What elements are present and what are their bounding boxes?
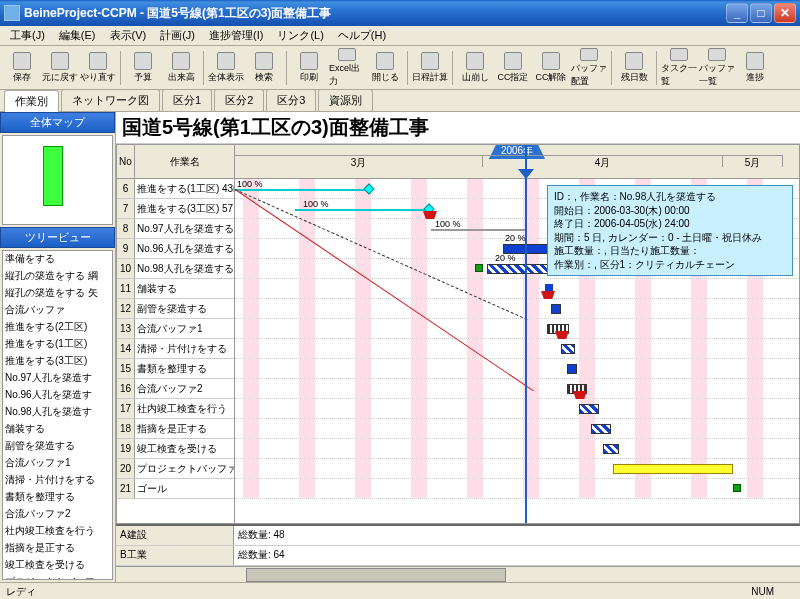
menu-item[interactable]: 進捗管理(I) (203, 26, 269, 45)
tasklist-button[interactable]: タスク一覧 (661, 48, 697, 88)
tree-item[interactable]: No.97人孔を築造す (3, 370, 112, 387)
cc-off-button[interactable]: CC解除 (533, 48, 569, 88)
task-row[interactable]: 19竣工検査を受ける (117, 439, 234, 459)
search-button[interactable]: 検索 (246, 48, 282, 88)
save-button[interactable]: 保存 (4, 48, 40, 88)
excel-button[interactable]: Excel出力 (329, 48, 365, 88)
buffer-icon (580, 48, 598, 61)
tab-3[interactable]: 区分2 (214, 89, 264, 111)
tree-item[interactable]: 清掃・片付けをする (3, 472, 112, 489)
tree-item[interactable]: 推進をする(2工区) (3, 319, 112, 336)
menu-item[interactable]: ヘルプ(H) (332, 26, 392, 45)
menu-item[interactable]: 表示(V) (104, 26, 153, 45)
tab-2[interactable]: 区分1 (162, 89, 212, 111)
menu-item[interactable]: リンク(L) (271, 26, 329, 45)
tree-item[interactable]: 推進をする(1工区) (3, 336, 112, 353)
tree-item[interactable]: 推進をする(3工区) (3, 353, 112, 370)
tree-item[interactable]: 縦孔の築造をする 矢 (3, 285, 112, 302)
tab-5[interactable]: 資源別 (318, 89, 373, 111)
open-icon (376, 52, 394, 70)
minimize-button[interactable]: _ (726, 3, 748, 23)
mount-button[interactable]: 山崩し (457, 48, 493, 88)
tree-item[interactable]: 社内竣工検査を行う (3, 523, 112, 540)
month-label: 3月 (235, 155, 483, 167)
buflist-icon (708, 48, 726, 61)
tree-item[interactable]: 合流バッファ (3, 302, 112, 319)
task-bar[interactable] (561, 344, 575, 354)
cc-on-icon (504, 52, 522, 70)
gantt-chart[interactable]: 2006年 3月4月5月 100 %100 %100 %20 %20 % ID：… (235, 145, 799, 523)
pct-label: 20 % (495, 253, 516, 263)
task-row[interactable]: 14清掃・片付けをする (117, 339, 234, 359)
minimap[interactable] (2, 135, 113, 225)
menu-item[interactable]: 編集(E) (53, 26, 102, 45)
title-bar: BeineProject-CCPM - 国道5号線(第1工区の3)面整備工事 _… (0, 0, 800, 26)
undo-button[interactable]: 元に戻す (42, 48, 78, 88)
calc-icon (421, 52, 439, 70)
project-buffer-bar[interactable] (613, 464, 733, 474)
print-button[interactable]: 印刷 (291, 48, 327, 88)
open-button[interactable]: 開じる (367, 48, 403, 88)
task-row[interactable]: 15書類を整理する (117, 359, 234, 379)
task-row[interactable]: 11舗装する (117, 279, 234, 299)
tree-item[interactable]: 合流バッファ2 (3, 506, 112, 523)
status-num: NUM (731, 586, 794, 597)
month-label: 5月 (723, 155, 783, 167)
menu-item[interactable]: 計画(J) (154, 26, 201, 45)
task-bar[interactable] (567, 364, 577, 374)
progress-button[interactable]: 進捗 (737, 48, 773, 88)
tree-item[interactable]: プロジェクトバッファ (3, 574, 112, 580)
task-row[interactable]: 8No.97人孔を築造する (117, 219, 234, 239)
task-bar[interactable] (487, 264, 551, 274)
remain-button[interactable]: 残日数 (616, 48, 652, 88)
tree-item[interactable]: 縦孔の築造をする 綱 (3, 268, 112, 285)
task-row[interactable]: 9No.96人孔を築造する (117, 239, 234, 259)
task-row[interactable]: 20プロジェクトバッファ (117, 459, 234, 479)
menu-item[interactable]: 工事(J) (4, 26, 51, 45)
task-row[interactable]: 7推進をする(3工区) 57.2m (117, 199, 234, 219)
task-row[interactable]: 13合流バッファ1 (117, 319, 234, 339)
showall-button[interactable]: 全体表示 (208, 48, 244, 88)
tree-item[interactable]: No.96人孔を築造す (3, 387, 112, 404)
task-bar[interactable] (551, 304, 561, 314)
tree-view[interactable]: 準備をする縦孔の築造をする 綱縦孔の築造をする 矢合流バッファ推進をする(2工区… (2, 250, 113, 580)
task-row[interactable]: 18指摘を是正する (117, 419, 234, 439)
tree-item[interactable]: 指摘を是正する (3, 540, 112, 557)
close-button[interactable]: ✕ (774, 3, 796, 23)
page-title: 国道5号線(第1工区の3)面整備工事 (116, 112, 800, 144)
budget-button[interactable]: 予算 (125, 48, 161, 88)
undo-icon (51, 52, 69, 70)
tab-0[interactable]: 作業別 (4, 90, 59, 112)
tree-item[interactable]: 書類を整理する (3, 489, 112, 506)
task-tooltip: ID：, 作業名：No.98人孔を築造する 開始日：2006-03-30(木) … (547, 185, 793, 276)
task-row[interactable]: 16合流バッファ2 (117, 379, 234, 399)
tree-item[interactable]: 竣工検査を受ける (3, 557, 112, 574)
cost-icon (172, 52, 190, 70)
cost-button[interactable]: 出来高 (163, 48, 199, 88)
horizontal-scrollbar[interactable] (116, 566, 800, 582)
timeline-header: 2006年 3月4月5月 (235, 145, 799, 179)
task-row[interactable]: 12副管を築造する (117, 299, 234, 319)
task-row[interactable]: 10No.98人孔を築造する (117, 259, 234, 279)
task-row[interactable]: 21ゴール (117, 479, 234, 499)
content-area: 国道5号線(第1工区の3)面整備工事 No 作業名 6推進をする(1工区) 43… (116, 112, 800, 582)
tree-item[interactable]: 舗装する (3, 421, 112, 438)
task-row[interactable]: 17社内竣工検査を行う (117, 399, 234, 419)
task-bar[interactable] (591, 424, 611, 434)
tree-item[interactable]: 準備をする (3, 251, 112, 268)
gantt-row (235, 379, 799, 399)
tree-item[interactable]: No.98人孔を築造す (3, 404, 112, 421)
tree-item[interactable]: 合流バッファ1 (3, 455, 112, 472)
calc-button[interactable]: 日程計算 (412, 48, 448, 88)
cc-on-button[interactable]: CC指定 (495, 48, 531, 88)
tab-1[interactable]: ネットワーク図 (61, 89, 160, 111)
buffer-button[interactable]: バッファ配置 (571, 48, 607, 88)
task-bar[interactable] (603, 444, 619, 454)
tab-4[interactable]: 区分3 (266, 89, 316, 111)
maximize-button[interactable]: □ (750, 3, 772, 23)
tree-item[interactable]: 副管を築造する (3, 438, 112, 455)
redo-button[interactable]: やり直す (80, 48, 116, 88)
task-bar[interactable] (579, 404, 599, 414)
task-row[interactable]: 6推進をする(1工区) 43m Φ400 (117, 179, 234, 199)
buflist-button[interactable]: バッファ一覧 (699, 48, 735, 88)
